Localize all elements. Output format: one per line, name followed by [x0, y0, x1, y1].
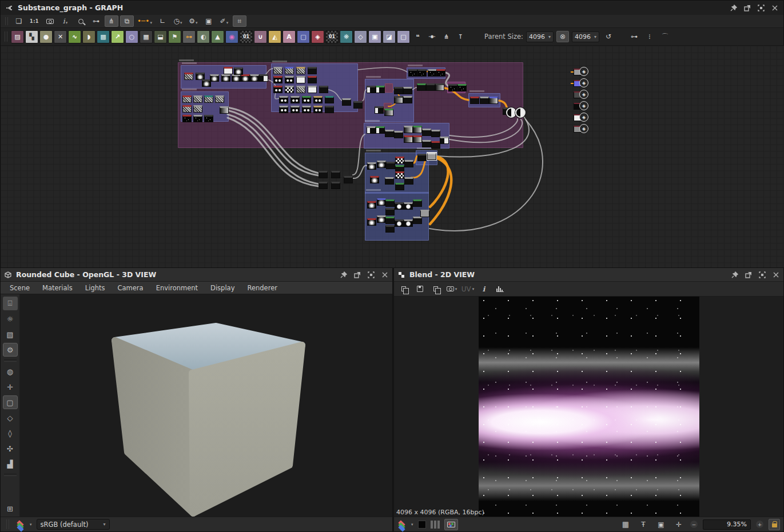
lock-zoom-button[interactable]: [769, 519, 780, 530]
graph-node[interactable]: [394, 87, 403, 94]
graph-node[interactable]: [404, 160, 413, 167]
graph-node[interactable]: [436, 69, 445, 77]
maximize-icon[interactable]: [367, 271, 375, 279]
screenshot-button[interactable]: [43, 15, 57, 27]
graph-node[interactable]: [370, 176, 379, 183]
gradient-axial-node-button[interactable]: ⚑: [168, 30, 181, 43]
bitmap-node-button[interactable]: ▨: [11, 30, 24, 43]
gradient-map-node-button[interactable]: ⬓: [154, 30, 167, 43]
close-icon[interactable]: [771, 4, 779, 12]
wireframe-sphere-mesh[interactable]: ◍: [3, 365, 18, 378]
cube-mesh[interactable]: ◇: [3, 411, 18, 425]
float-window-icon[interactable]: [353, 271, 361, 279]
distance-node-button[interactable]: ▩: [97, 30, 110, 43]
graph-node[interactable]: [273, 67, 282, 74]
graph-node[interactable]: [404, 126, 413, 133]
graph-node[interactable]: [184, 73, 193, 80]
graph-node[interactable]: [417, 83, 426, 91]
graph-node[interactable]: [428, 69, 437, 77]
histogram-button[interactable]: [494, 283, 506, 295]
graph-node[interactable]: [290, 96, 300, 103]
tools-button[interactable]: ⚙▾: [186, 15, 200, 27]
graph-node[interactable]: [377, 198, 386, 206]
graph-node[interactable]: [273, 86, 282, 93]
graph-node[interactable]: [404, 202, 413, 210]
node-info-button[interactable]: i▾: [58, 15, 72, 27]
graph-node[interactable]: [285, 76, 294, 83]
graph-node[interactable]: [193, 115, 202, 122]
parent-width-select[interactable]: 4096▾: [526, 31, 554, 42]
blend-node-button[interactable]: ▚: [25, 30, 38, 43]
graph-node[interactable]: [215, 95, 224, 103]
graph-node[interactable]: [302, 96, 311, 103]
light-tool[interactable]: ☼: [3, 312, 18, 326]
menu-renderer[interactable]: Renderer: [241, 283, 283, 293]
graph-node[interactable]: [367, 126, 376, 134]
graph-node[interactable]: [427, 153, 436, 160]
graph-node[interactable]: [325, 106, 334, 113]
graph-node[interactable]: [308, 67, 317, 74]
bezier-curve-node-button[interactable]: ∪: [254, 30, 267, 43]
menu-camera[interactable]: Camera: [112, 283, 149, 293]
save-image-button[interactable]: [413, 283, 426, 295]
compute-timings-button[interactable]: ◷▾: [171, 15, 185, 27]
stats[interactable]: ▟: [3, 457, 18, 471]
pan-icon[interactable]: ✛: [672, 519, 685, 530]
graph-node[interactable]: [470, 97, 479, 104]
graph-node[interactable]: [259, 74, 268, 82]
graph-node[interactable]: [404, 177, 413, 185]
graph-node[interactable]: [285, 67, 294, 74]
graph-node[interactable]: [422, 140, 431, 147]
graph-node[interactable]: [319, 182, 328, 189]
graph-node[interactable]: [193, 105, 202, 113]
pin-node-node-button[interactable]: ⊺: [454, 30, 467, 43]
graph-node[interactable]: [342, 98, 351, 106]
connector-display-button[interactable]: •─•▾: [136, 15, 154, 27]
graph-node[interactable]: [448, 84, 457, 91]
flood-fill-node-button[interactable]: ◈: [311, 30, 324, 43]
crop-node-button[interactable]: ▣: [368, 30, 381, 43]
graph-node[interactable]: [204, 115, 213, 122]
graph-node[interactable]: [344, 176, 353, 183]
graph-node[interactable]: [367, 162, 376, 170]
graph-node[interactable]: [285, 86, 294, 93]
colorspace-select[interactable]: sRGB (default) ▾: [37, 519, 110, 530]
graph-node[interactable]: [385, 130, 394, 137]
maximize-icon[interactable]: [757, 4, 765, 12]
link-size-button[interactable]: ⊗: [556, 31, 569, 42]
graph-node[interactable]: [395, 183, 404, 190]
transformation-2d-node-button[interactable]: ▢: [297, 30, 310, 43]
graph-node[interactable]: [182, 105, 192, 113]
graph-node[interactable]: [319, 171, 328, 178]
graph-node[interactable]: [376, 86, 385, 93]
display-settings-tool[interactable]: ⚙: [3, 343, 18, 357]
emboss-node-button[interactable]: ↗: [111, 30, 124, 43]
snap-grid-button[interactable]: ⌗: [233, 15, 246, 27]
magnet-snap-button[interactable]: ⌒: [659, 31, 671, 42]
splatter-node-button[interactable]: ❋: [340, 30, 353, 43]
view3d-viewport[interactable]: ⌻☼▧⚙◍✛▢◇◊✣▟⊞: [1, 294, 392, 518]
graph-node[interactable]: [313, 106, 323, 113]
parent-height-select[interactable]: 4096▾: [572, 31, 599, 42]
graph-node[interactable]: [367, 86, 376, 93]
background-color-swatch[interactable]: [418, 521, 426, 529]
graph-node[interactable]: [431, 141, 440, 149]
graph-node[interactable]: [394, 131, 403, 138]
graph-node[interactable]: [386, 162, 395, 169]
safe-transform-node-button[interactable]: ◇: [354, 30, 367, 43]
graph-node[interactable]: [204, 95, 213, 103]
mannequin-icon[interactable]: Ŧ: [637, 519, 650, 530]
plane-mesh[interactable]: ◊: [3, 426, 18, 440]
graph-node[interactable]: [431, 130, 440, 137]
graph-node[interactable]: [420, 210, 429, 217]
zoom-1-1-button[interactable]: 1:1: [27, 15, 41, 27]
close-icon[interactable]: [381, 271, 389, 279]
environment-tool[interactable]: ▧: [3, 327, 18, 341]
graph-node[interactable]: [395, 157, 404, 164]
graph-node[interactable]: [250, 74, 259, 82]
graph-node[interactable]: [313, 96, 323, 103]
graph-node[interactable]: [308, 86, 317, 93]
maximize-icon[interactable]: [758, 271, 766, 279]
graph-node[interactable]: [325, 96, 334, 103]
graph-node[interactable]: [480, 97, 489, 104]
